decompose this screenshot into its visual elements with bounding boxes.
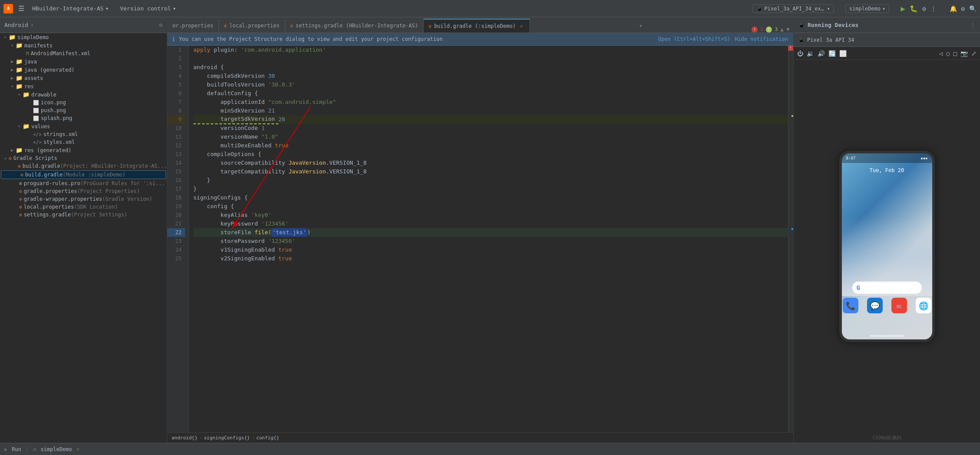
tree-item-java-generated[interactable]: ▶ 📁 java (generated) (0, 66, 167, 74)
run-tab-label[interactable]: Run (12, 446, 21, 452)
home-icon[interactable]: ○ (946, 50, 950, 57)
rotate-icon[interactable]: 🔄 (828, 50, 836, 57)
hint-bulb-icon[interactable]: 💡 (189, 228, 190, 237)
debug-button[interactable]: 🐛 (910, 5, 918, 13)
breadcrumb-config[interactable]: config{} (256, 435, 279, 441)
code-token: keyPassword (193, 219, 262, 228)
folder-icon: 📁 (23, 91, 30, 98)
power-icon[interactable]: ⏻ (797, 50, 803, 57)
gradle-icon: ⚙ (20, 172, 23, 178)
tree-label: simpleDemo (17, 34, 49, 40)
tree-item-proguard[interactable]: ≡ proguard-rules.pro (ProGuard Rules for… (0, 179, 167, 187)
tree-item-splash-png[interactable]: ⬜ splash.png (0, 114, 167, 122)
collapse-icon[interactable]: ▼ (786, 26, 790, 33)
expand-arrow: ▾ (9, 84, 16, 89)
tree-item-styles-xml[interactable]: </> styles.xml (0, 138, 167, 146)
sidebar-settings-icon[interactable]: ⚙ (159, 22, 162, 28)
tree-label: drawable (31, 92, 56, 98)
tree-item-icon-png[interactable]: ⬜ icon.png (0, 99, 167, 106)
breadcrumb-android[interactable]: android{} (172, 435, 198, 441)
code-token: minSdkVersion (193, 106, 268, 115)
tree-item-build-gradle-module[interactable]: ⚙ build.gradle (Module :simpleDemo) (1, 170, 166, 179)
volume-up-icon[interactable]: 🔊 (818, 50, 825, 57)
code-token: 1 (262, 124, 265, 133)
breadcrumb-signingconfigs[interactable]: signingConfigs{} (204, 435, 250, 441)
notifications-icon[interactable]: 🔔 (950, 5, 957, 12)
more-options-button[interactable]: ⋮ (970, 22, 976, 28)
tree-item-androidmanifest[interactable]: M AndroidManifest.xml (0, 50, 167, 57)
tree-item-gradle-scripts[interactable]: ▾ ⚙ Gradle Scripts (0, 154, 167, 162)
tree-item-strings-xml[interactable]: </> strings.xml (0, 130, 167, 138)
project-selector[interactable]: HBuilder-Integrate-AS ▾ (30, 4, 111, 13)
xml-icon: </> (33, 132, 42, 137)
back-icon[interactable]: ◁ (939, 50, 943, 57)
tabs-overflow-button[interactable]: ▾ (636, 19, 646, 33)
tree-item-push-png[interactable]: ⬜ push.png (0, 106, 167, 114)
search-icon[interactable]: 🔍 (969, 5, 977, 12)
phone-frame: 8:47 ▪▪▪ Tue, Feb 20 G 📞 💬 (839, 151, 935, 342)
code-line-10: versionCode 1 (193, 124, 789, 133)
device-tab[interactable]: Pixel 3a API 34 (807, 37, 854, 43)
tab-build-gradle-simpledemo[interactable]: ⚙ build.gradle (:simpleDemo) × (424, 19, 530, 33)
close-run-button[interactable]: × (76, 446, 79, 452)
gradle-icon: ⚙ (429, 24, 431, 29)
tree-item-java[interactable]: ▶ 📁 java (0, 57, 167, 66)
zoom-icon[interactable]: ⤢ (971, 50, 977, 57)
volume-down-icon[interactable]: 🔉 (807, 50, 814, 57)
code-token: } (193, 176, 210, 185)
code-token: VERSION_1_8 (329, 159, 367, 167)
tab-close-button[interactable]: × (518, 23, 524, 29)
gradle-icon: ⚙ (224, 23, 227, 28)
expand-arrow: ▾ (9, 43, 16, 48)
module-selector[interactable]: simpleDemo ▾ (845, 4, 889, 13)
image-icon: ⬜ (33, 116, 39, 121)
code-line-14: sourceCompatibility JavaVersion.VERSION_… (193, 159, 789, 167)
more-button[interactable]: ⋮ (930, 5, 937, 12)
xml-icon: </> (33, 139, 42, 145)
code-line-24: v1SigningEnabled true (193, 246, 789, 254)
tree-item-simpleDemo[interactable]: ▾ 📁 simpleDemo (0, 33, 167, 41)
demo-label[interactable]: simpleDemo (40, 446, 72, 452)
code-token: 21 (268, 106, 275, 115)
code-line-6: defaultConfig { (193, 89, 789, 98)
device-selector[interactable]: 📱 Pixel_3a_API_34_extension_... ▾ (752, 4, 834, 13)
tab-settings-gradle[interactable]: ⚙ settings.gradle (HBuilder-Integrate-AS… (285, 19, 424, 33)
open-project-structure-link[interactable]: Open (Ctrl+Alt+Shift+S) (658, 36, 730, 42)
editor-area: er.properties ⚙ local.properties ⚙ setti… (167, 17, 793, 443)
tree-label: java (generated) (24, 67, 75, 73)
sidebar-header: Android ▾ ⚙ (0, 17, 167, 33)
tree-item-gradle-wrapper[interactable]: ⚙ gradle-wrapper.properties (Gradle Vers… (0, 195, 167, 203)
tree-item-build-gradle-project[interactable]: ⚙ build.gradle (Project: HBuilder-Integr… (0, 162, 167, 170)
expand-arrow: ▶ (9, 148, 16, 153)
expand-icon[interactable]: ▲ (780, 26, 784, 33)
tree-item-settings-gradle[interactable]: ⚙ settings.gradle (Project Settings) (0, 211, 167, 219)
sync-button[interactable]: ⚙ (922, 5, 926, 12)
code-line-15: targetCompatibility JavaVersion.VERSION_… (193, 167, 789, 176)
version-control-selector[interactable]: Version control ▾ (120, 5, 176, 12)
code-token: . (326, 167, 329, 176)
overview-icon[interactable]: □ (954, 50, 957, 57)
tree-item-gradle-properties[interactable]: ⚙ gradle.properties (Project Properties) (0, 187, 167, 195)
hamburger-menu-button[interactable]: ☰ (17, 3, 26, 14)
tab-local-properties[interactable]: ⚙ local.properties (219, 19, 285, 33)
tree-item-values[interactable]: ▾ 📁 values (0, 122, 167, 130)
tree-item-res[interactable]: ▾ 📁 res (0, 82, 167, 90)
tree-item-res-generated[interactable]: ▶ 📁 res (generated) (0, 146, 167, 154)
tab-er-properties[interactable]: er.properties (167, 19, 219, 33)
run-button[interactable]: ▶ (901, 4, 905, 13)
settings-icon[interactable]: ⚙ (961, 5, 965, 12)
code-editor[interactable]: apply plugin: 'com.android.application' … (189, 46, 793, 432)
fold-icon[interactable]: ⬜ (839, 50, 847, 57)
tree-item-manifests[interactable]: ▾ 📁 manifests (0, 41, 167, 50)
tree-item-drawable[interactable]: ▾ 📁 drawable (0, 90, 167, 99)
tree-item-local-properties[interactable]: ⚙ local.properties (SDK Location) (0, 203, 167, 211)
code-token: buildToolsVersion (193, 80, 268, 89)
hide-notification-link[interactable]: Hide notification (735, 36, 788, 42)
code-line-25: v2SigningEnabled true (193, 254, 789, 263)
tree-item-assets[interactable]: ▶ 📁 assets (0, 74, 167, 82)
chevron-down-icon: ▾ (827, 6, 830, 12)
expand-arrow: ▶ (9, 67, 16, 72)
phone-icon: 📞 (843, 298, 858, 313)
error-scrollbar[interactable]: ! (788, 46, 793, 432)
screenshot-icon[interactable]: 📷 (960, 50, 968, 57)
